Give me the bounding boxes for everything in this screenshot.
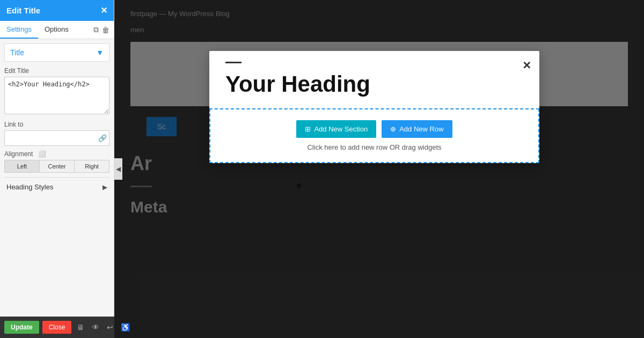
alignment-icon: ⬜ [38, 150, 46, 158]
link-to-label: Link to [4, 121, 109, 128]
heading-styles-label: Heading Styles [6, 183, 53, 191]
update-button[interactable]: Update [4, 321, 39, 334]
add-row-icon: ⊕ [390, 125, 396, 133]
link-input-row: 🔗 [4, 130, 109, 146]
widget-type-label: Title [10, 48, 24, 57]
sidebar: Edit Title ✕ Settings Options ⧉ 🗑 Title … [0, 0, 114, 338]
alignment-row: Alignment ⬜ [4, 150, 109, 158]
sidebar-tabs: Settings Options ⧉ 🗑 [0, 21, 114, 39]
dashed-add-section: ⊞ Add New Section ⊕ Add New Row Click he… [209, 108, 539, 163]
bottom-toolbar: Update Close 🖥 👁 ↩ ♿ [0, 317, 114, 338]
sidebar-title: Edit Title [6, 6, 40, 15]
popup-heading-area: Your Heading ✕ [209, 51, 539, 108]
sidebar-body: Title ▼ Edit Title <h2>Your Heading</h2>… [0, 39, 114, 338]
sidebar-close-button[interactable]: ✕ [100, 5, 107, 16]
widget-type-arrow-icon: ▼ [96, 48, 104, 57]
copy-icon[interactable]: ⧉ [93, 25, 99, 34]
edit-title-textarea[interactable]: <h2>Your Heading</h2> [4, 77, 109, 114]
main-popup: Your Heading ✕ ⊞ Add New Section ⊕ Add N… [209, 51, 539, 163]
trash-icon[interactable]: 🗑 [102, 26, 109, 34]
link-icon: 🔗 [94, 131, 111, 145]
add-section-icon: ⊞ [305, 125, 311, 133]
add-new-row-button[interactable]: ⊕ Add New Row [382, 120, 452, 138]
dashed-hint-text: Click here to add new row OR drag widget… [210, 143, 538, 151]
accessibility-icon[interactable]: ♿ [119, 322, 132, 333]
sidebar-header: Edit Title ✕ [0, 0, 114, 21]
widget-type-dropdown[interactable]: Title ▼ [4, 43, 109, 62]
history-icon[interactable]: ↩ [105, 322, 115, 333]
edit-title-label: Edit Title [4, 67, 109, 75]
align-center-button[interactable]: Center [40, 160, 75, 172]
popup-close-button[interactable]: ✕ [522, 59, 531, 72]
alignment-label: Alignment [4, 150, 33, 158]
sidebar-tab-icons: ⧉ 🗑 [93, 21, 114, 39]
alignment-buttons: Left Center Right [4, 160, 109, 173]
eye-icon[interactable]: 👁 [90, 322, 101, 333]
sidebar-collapse-button[interactable]: ◀ [114, 158, 122, 180]
popup-heading-bar [225, 62, 241, 63]
tab-settings[interactable]: Settings [0, 21, 38, 39]
popup-heading-title: Your Heading [225, 71, 523, 97]
tab-options[interactable]: Options [38, 21, 75, 39]
close-button[interactable]: Close [42, 321, 72, 334]
dashed-buttons: ⊞ Add New Section ⊕ Add New Row [210, 120, 538, 138]
align-left-button[interactable]: Left [5, 160, 40, 172]
heading-styles-section[interactable]: Heading Styles ▶ [4, 177, 109, 196]
link-to-input[interactable] [5, 131, 94, 145]
align-right-button[interactable]: Right [75, 160, 109, 172]
desktop-icon[interactable]: 🖥 [75, 322, 86, 333]
add-new-section-button[interactable]: ⊞ Add New Section [296, 120, 376, 138]
heading-styles-arrow-icon: ▶ [103, 183, 107, 191]
